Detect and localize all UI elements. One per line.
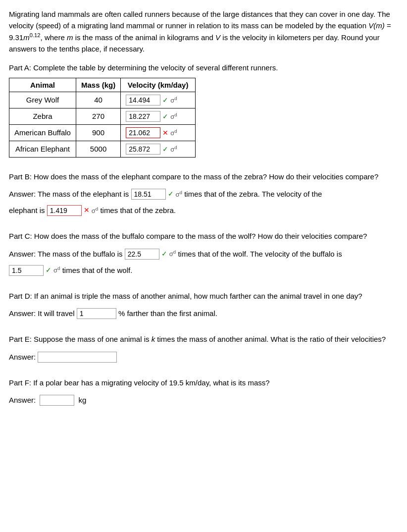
part-c-text2: times that of the wolf. The velocity of … [178,250,342,258]
part-c-text1: Answer: The mass of the buffalo is [9,250,125,258]
edit-icon[interactable]: σd [170,96,177,104]
part-b-section: Part B: How does the mass of the elephan… [9,171,398,217]
intro-paragraph: Migrating land mammals are often called … [9,9,398,54]
V-variable: V [215,33,220,42]
part-f-answer-input[interactable] [40,395,74,406]
equation-exponent: 0.12 [30,32,41,38]
velocity-cell: ✕σd [121,124,196,141]
part-b-answer-line1: Answer: The mass of the elephant is ✓ σd… [9,187,398,201]
table-row: African Elephant5000✓σd [9,141,196,157]
check-icon: ✓ [162,96,168,104]
part-d-label: Part D: If an animal is triple the mass … [9,291,398,302]
part-c-label: Part C: How does the mass of the buffalo… [9,231,398,242]
part-b-mass-check: ✓ [168,188,174,200]
part-e-answer-line: Answer: [9,350,398,364]
equation-parens: (m) [373,21,385,30]
part-b-velocity-cross: ✕ [84,204,90,216]
part-c-mass-edit[interactable]: σd [169,248,176,260]
part-c-velocity-edit[interactable]: σd [53,264,60,276]
part-b-velocity-input[interactable] [47,205,82,216]
mass-cell: 40 [76,92,120,108]
animal-name-cell: African Elephant [9,141,76,157]
animal-table: Animal Mass (kg) Velocity (km/day) Grey … [9,78,196,158]
animal-name-cell: Grey Wolf [9,92,76,108]
part-e-section: Part E: Suppose the mass of one animal i… [9,334,398,364]
velocity-input[interactable] [126,111,160,122]
intro-text2: , where [41,33,67,42]
part-c-mass-answer: ✓ σd [125,248,176,260]
part-f-answer-line: Answer: kg [9,393,398,407]
table-row: Grey Wolf40✓σd [9,92,196,108]
cross-icon: ✕ [162,129,168,137]
part-f-unit: kg [79,396,87,404]
part-b-mass-edit[interactable]: σd [176,188,182,201]
velocity-cell: ✓σd [121,108,196,124]
part-f-section: Part F: If a polar bear has a migrating … [9,377,398,407]
part-b-text1: Answer: The mass of the elephant is [9,190,131,198]
part-d-text2: % farther than the first animal. [118,309,217,318]
animal-name-cell: Zebra [9,108,76,124]
part-b-velocity-answer: ✕ σd [47,204,98,216]
intro-text3: is the mass of the animal in kilograms a… [73,33,215,42]
part-e-answer-label: Answer: [9,353,36,361]
velocity-cell: ✓σd [121,141,196,157]
col-header-animal: Animal [9,78,76,92]
edit-icon[interactable]: σd [170,128,177,137]
part-b-text2: times that of the zebra. The velocity of… [184,190,322,198]
part-a-label: Part A: Complete the table by determinin… [9,62,398,74]
part-b-answer-line2: elephant is ✕ σd times that of the zebra… [9,204,398,217]
col-header-mass: Mass (kg) [76,78,120,92]
table-row: Zebra270✓σd [9,108,196,124]
part-c-velocity-check: ✓ [46,264,51,276]
equation-m: m [23,33,30,42]
check-icon: ✓ [162,145,168,153]
part-c-velocity-input[interactable] [9,265,44,276]
part-d-text1: Answer: It will travel [9,309,77,318]
part-c-mass-input[interactable] [125,249,159,260]
part-c-mass-check: ✓ [161,248,167,260]
part-e-text1: Part E: Suppose the mass of one animal i… [9,335,152,343]
velocity-input[interactable] [126,127,160,138]
mass-cell: 900 [76,124,120,141]
mass-cell: 270 [76,108,120,124]
part-b-label: Part B: How does the mass of the elephan… [9,171,398,183]
part-b-mass-input[interactable] [131,189,166,200]
mass-cell: 5000 [76,141,120,157]
part-b-text4: times that of the zebra. [100,206,176,214]
part-c-answer-line1: Answer: The mass of the buffalo is ✓ σd … [9,247,398,261]
part-a-section: Part A: Complete the table by determinin… [9,62,398,158]
table-row: American Buffalo900✕σd [9,124,196,141]
velocity-input[interactable] [126,95,160,106]
intro-text1: Migrating land mammals are often called … [9,10,390,30]
part-b-mass-answer: ✓ σd [131,188,182,200]
part-c-answer-line2: ✓ σd times that of the wolf. [9,264,398,277]
part-e-answer-input[interactable] [38,352,117,363]
part-f-answer-label: Answer: [9,396,36,404]
col-header-velocity: Velocity (km/day) [121,78,196,92]
part-b-velocity-edit[interactable]: σd [92,205,98,217]
part-d-answer-line: Answer: It will travel % farther than th… [9,307,398,320]
velocity-cell: ✓σd [121,92,196,108]
part-c-text3: times that of the wolf. [62,266,133,274]
part-d-value-input[interactable] [77,308,116,319]
part-c-velocity-answer: ✓ σd [9,264,60,276]
part-d-section: Part D: If an animal is triple the mass … [9,291,398,320]
part-e-text2: times the mass of another animal. What i… [155,335,386,343]
part-f-label: Part F: If a polar bear has a migrating … [9,377,398,389]
animal-name-cell: American Buffalo [9,124,76,141]
part-b-text3: elephant is [9,206,47,214]
check-icon: ✓ [162,112,168,120]
equation-V: V [368,21,373,30]
m-variable: m [67,33,73,42]
edit-icon[interactable]: σd [170,112,177,120]
part-e-label: Part E: Suppose the mass of one animal i… [9,334,398,345]
velocity-input[interactable] [126,144,160,155]
edit-icon[interactable]: σd [170,145,177,153]
part-c-section: Part C: How does the mass of the buffalo… [9,231,398,277]
